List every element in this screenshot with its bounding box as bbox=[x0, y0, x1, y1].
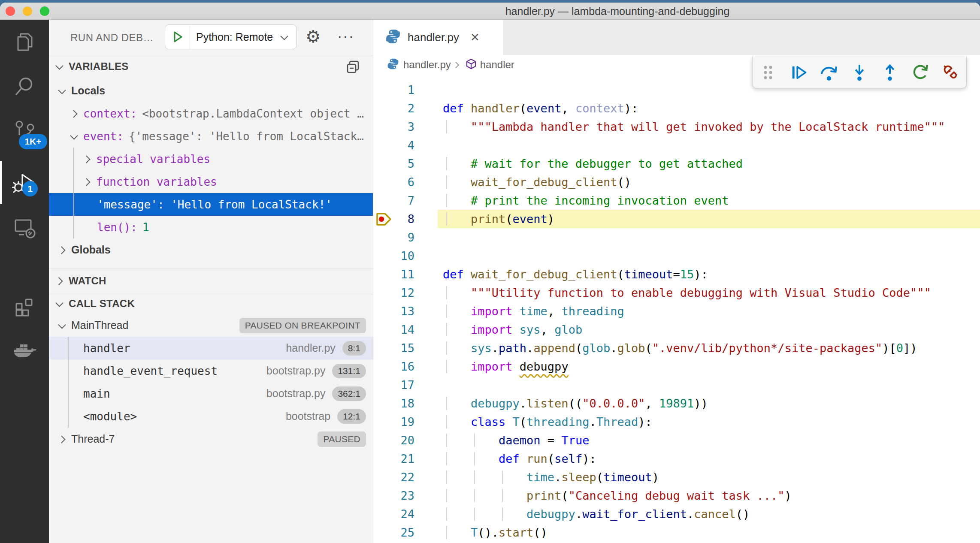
more-actions-icon[interactable]: ··· bbox=[337, 23, 354, 48]
gear-icon[interactable]: ⚙ bbox=[305, 24, 321, 49]
line-number: 5 bbox=[393, 157, 414, 170]
code-line[interactable]: 7 # print the incoming invocation event bbox=[373, 191, 980, 210]
variable-row[interactable]: function variables bbox=[49, 170, 373, 193]
call-stack-frame-row[interactable]: <module>bootstrap12:1 bbox=[49, 405, 373, 428]
code-token: , bbox=[561, 102, 575, 115]
scope-label: Locals bbox=[71, 84, 105, 97]
code-line[interactable]: 3 """Lambda handler that will get invoke… bbox=[373, 118, 980, 136]
close-window-button[interactable] bbox=[6, 6, 15, 16]
restart-icon[interactable] bbox=[908, 60, 932, 84]
code-token bbox=[443, 415, 471, 428]
thread-state-badge: PAUSED bbox=[318, 431, 366, 447]
call-stack-frame-row[interactable]: mainbootstrap.py362:1 bbox=[49, 382, 373, 405]
search-icon[interactable] bbox=[0, 64, 49, 109]
step-into-icon[interactable] bbox=[847, 60, 871, 84]
minimize-window-button[interactable] bbox=[23, 6, 32, 16]
continue-icon[interactable] bbox=[786, 60, 811, 84]
code-token bbox=[520, 452, 526, 465]
variable-row[interactable]: Globals bbox=[49, 238, 373, 261]
code-token: event bbox=[526, 102, 561, 115]
variables-tree: Localscontext:<bootstrap.LambdaContext o… bbox=[49, 79, 373, 261]
variable-row[interactable]: special variables bbox=[49, 148, 373, 170]
code-line[interactable]: 4 bbox=[373, 136, 980, 154]
code-line[interactable]: 13 import time, threading bbox=[373, 302, 980, 320]
code-token: = bbox=[673, 268, 680, 281]
code-token bbox=[464, 102, 471, 115]
code-token bbox=[513, 305, 520, 318]
code-token: T bbox=[513, 415, 520, 428]
code-line[interactable]: 8 print(event) bbox=[373, 210, 980, 228]
variable-row[interactable]: context:<bootstrap.LambdaContext object … bbox=[49, 102, 373, 125]
code-line[interactable]: 10 bbox=[373, 247, 980, 265]
code-area[interactable]: 12def handler(event, context):3 """Lambd… bbox=[373, 75, 980, 543]
tab-close-icon[interactable]: ✕ bbox=[470, 31, 480, 44]
code-line[interactable]: 14 import sys, glob bbox=[373, 320, 980, 339]
code-line[interactable]: 25 T().start() bbox=[373, 523, 980, 542]
code-line[interactable]: 2def handler(event, context): bbox=[373, 99, 980, 118]
code-token: append bbox=[533, 341, 575, 355]
extensions-icon[interactable] bbox=[0, 285, 49, 329]
variable-name: event: bbox=[83, 130, 124, 143]
call-stack-thread-row[interactable]: Thread-7PAUSED bbox=[49, 428, 373, 450]
code-token: () bbox=[736, 507, 750, 521]
code-token bbox=[443, 194, 471, 207]
tab-handler-py[interactable]: handler.py ✕ bbox=[373, 20, 504, 55]
code-token: debugpy bbox=[526, 507, 575, 521]
code-token: sys bbox=[520, 323, 541, 336]
variable-row[interactable]: 'message': 'Hello from LocalStack!' bbox=[49, 193, 373, 216]
code-line[interactable]: 5 # wait for the debugger to get attache… bbox=[373, 154, 980, 173]
code-line[interactable]: 16 import debugpy bbox=[373, 357, 980, 376]
zoom-window-button[interactable] bbox=[40, 6, 49, 16]
code-line[interactable]: 22 time.sleep(timeout) bbox=[373, 468, 980, 486]
docker-icon[interactable] bbox=[0, 329, 49, 374]
code-line[interactable]: 20 daemon = True bbox=[373, 431, 980, 449]
code-line-content: wait_for_debug_client() bbox=[443, 175, 631, 189]
watch-section-header[interactable]: WATCH bbox=[49, 272, 373, 290]
code-line[interactable]: 11def wait_for_debug_client(timeout=15): bbox=[373, 265, 980, 284]
variable-row[interactable]: event:{'message': 'Hello from LocalStack… bbox=[49, 125, 373, 148]
sidebar-title: RUN AND DEB… bbox=[70, 32, 154, 44]
remote-explorer-icon[interactable] bbox=[0, 205, 49, 250]
code-token: "Canceling debug wait task ..." bbox=[569, 489, 785, 502]
code-line[interactable]: 21 def run(self): bbox=[373, 449, 980, 468]
code-line[interactable]: 9 bbox=[373, 228, 980, 247]
call-stack-thread-row[interactable]: MainThreadPAUSED ON BREAKPOINT bbox=[49, 314, 373, 337]
code-line[interactable]: 17 bbox=[373, 376, 980, 394]
start-debug-icon[interactable] bbox=[165, 25, 190, 49]
code-token: . bbox=[526, 341, 533, 355]
variable-row[interactable]: len():1 bbox=[49, 216, 373, 238]
code-line[interactable]: 24 debugpy.wait_for_client.cancel() bbox=[373, 505, 980, 523]
code-token: 19891 bbox=[659, 397, 694, 410]
variables-section-header[interactable]: VARIABLES bbox=[49, 57, 373, 75]
code-line[interactable]: 15 sys.path.append(glob.glob(".venv/lib/… bbox=[373, 339, 980, 357]
call-stack-frame-row[interactable]: handle_event_requestbootstrap.py131:1 bbox=[49, 359, 373, 382]
call-stack-frame-row[interactable]: handlerhandler.py8:1 bbox=[49, 337, 373, 359]
watch-section-label: WATCH bbox=[69, 275, 106, 287]
step-out-icon[interactable] bbox=[878, 60, 902, 84]
panel-group-icon[interactable] bbox=[345, 59, 361, 76]
code-line[interactable]: 23 print("Canceling debug wait task ..."… bbox=[373, 486, 980, 505]
line-number: 19 bbox=[393, 415, 414, 428]
code-token: () bbox=[617, 175, 631, 189]
toolbar-drag-grip[interactable] bbox=[756, 60, 780, 84]
code-line[interactable]: 18 debugpy.listen(("0.0.0.0", 19891)) bbox=[373, 394, 980, 413]
code-line[interactable]: 19 class T(threading.Thread): bbox=[373, 413, 980, 431]
code-token bbox=[443, 341, 471, 355]
code-line[interactable]: 12 """Utility function to enable debuggi… bbox=[373, 284, 980, 302]
breakpoint-paused-icon[interactable] bbox=[373, 212, 393, 226]
explorer-icon[interactable] bbox=[0, 20, 49, 64]
code-token: ]) bbox=[903, 341, 917, 355]
call-stack-section-header[interactable]: CALL STACK bbox=[49, 295, 373, 313]
code-line[interactable]: 6 wait_for_debug_client() bbox=[373, 173, 980, 191]
step-over-icon[interactable] bbox=[817, 60, 841, 84]
code-token bbox=[443, 323, 471, 336]
variable-row[interactable]: Locals bbox=[49, 79, 373, 102]
indent-guide bbox=[474, 489, 475, 502]
breadcrumb-symbol[interactable]: handler bbox=[480, 59, 514, 71]
line-number: 16 bbox=[393, 360, 414, 373]
debug-config-dropdown[interactable]: Python: Remote bbox=[165, 24, 297, 49]
breadcrumb-file[interactable]: handler.py bbox=[403, 59, 451, 71]
line-number: 13 bbox=[393, 305, 414, 318]
code-token: cancel bbox=[694, 507, 736, 521]
disconnect-icon[interactable] bbox=[939, 60, 963, 84]
